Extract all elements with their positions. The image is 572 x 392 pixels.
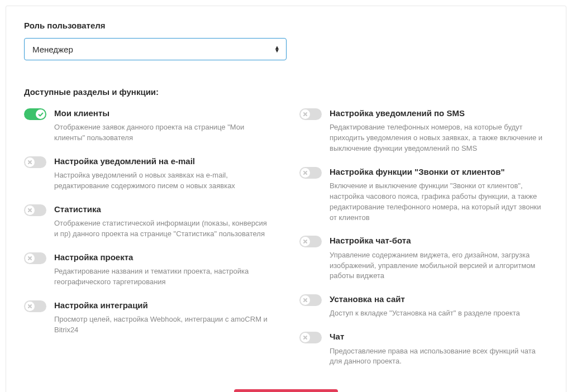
feature-text: СтатистикаОтображение статистической инф…	[54, 204, 273, 240]
x-icon	[301, 109, 310, 119]
feature-title: Статистика	[54, 204, 273, 215]
x-icon	[301, 237, 310, 246]
role-select[interactable]: Менеджер	[24, 38, 287, 60]
feature-toggle[interactable]	[299, 294, 322, 306]
feature-toggle[interactable]	[299, 167, 322, 179]
feature-title: Мои клиенты	[54, 108, 273, 119]
features-column-left: Мои клиентыОтображение заявок данного пр…	[24, 108, 273, 379]
x-icon	[25, 254, 35, 263]
feature-row: Настройка функции "Звонки от клиентов"Вк…	[299, 166, 548, 236]
x-icon	[25, 302, 35, 311]
x-icon	[301, 333, 310, 342]
x-icon	[301, 168, 310, 178]
feature-row: Установка на сайтДоступ к вкладке "Устан…	[299, 294, 548, 331]
feature-description: Редактирование названия и тематики проек…	[54, 266, 273, 288]
grant-access-button[interactable]: + Открыть доступ	[234, 389, 338, 392]
feature-toggle[interactable]	[299, 236, 322, 247]
x-icon	[25, 157, 35, 167]
features-grid: Мои клиентыОтображение заявок данного пр…	[24, 108, 548, 379]
feature-toggle[interactable]	[24, 300, 46, 312]
feature-toggle[interactable]	[299, 108, 322, 120]
feature-toggle[interactable]	[24, 156, 46, 168]
feature-text: Настройка чат-ботаУправление содержанием…	[330, 235, 548, 281]
feature-title: Настройка интеграций	[54, 300, 273, 311]
feature-description: Отображение заявок данного проекта на ст…	[54, 122, 273, 144]
feature-toggle[interactable]	[299, 332, 322, 343]
feature-toggle[interactable]	[24, 252, 46, 264]
features-column-right: Настройка уведомлений по SMSРедактирован…	[299, 108, 548, 379]
role-select-wrap: Менеджер ▲▼	[24, 38, 287, 60]
feature-title: Настройка уведомлений на e-mail	[54, 156, 273, 167]
feature-description: Включение и выключение функции "Звонки о…	[330, 181, 548, 223]
feature-row: СтатистикаОтображение статистической инф…	[24, 204, 273, 252]
feature-row: Настройка интеграцийПросмотр целей, наст…	[24, 300, 273, 348]
feature-text: Настройка уведомлений на e-mailНастройка…	[54, 156, 273, 192]
feature-title: Настройка функции "Звонки от клиентов"	[330, 166, 548, 178]
feature-description: Просмотр целей, настройка Webhook, интег…	[54, 314, 273, 336]
feature-title: Установка на сайт	[330, 294, 548, 305]
role-label: Роль пользователя	[24, 21, 548, 30]
permissions-panel: Роль пользователя Менеджер ▲▼ Доступные …	[6, 6, 566, 392]
feature-row: ЧатПредоставление права на использование…	[299, 331, 548, 379]
x-icon	[301, 295, 310, 305]
feature-row: Настройка уведомлений на e-mailНастройка…	[24, 156, 273, 204]
feature-description: Редактирование телефонных номеров, на ко…	[330, 122, 548, 154]
feature-row: Настройка чат-ботаУправление содержанием…	[299, 235, 548, 294]
feature-description: Настройка уведомлений о новых заявках на…	[54, 170, 273, 192]
check-icon	[36, 109, 45, 119]
feature-row: Мои клиентыОтображение заявок данного пр…	[24, 108, 273, 156]
feature-title: Чат	[330, 331, 548, 342]
feature-title: Настройка чат-бота	[330, 235, 548, 246]
feature-title: Настройка проекта	[54, 252, 273, 263]
feature-description: Управление содержанием виджета, его диза…	[330, 250, 548, 282]
panel-footer: + Открыть доступ	[24, 389, 548, 392]
feature-text: Настройка уведомлений по SMSРедактирован…	[330, 108, 548, 154]
feature-text: Настройка интеграцийПросмотр целей, наст…	[54, 300, 273, 336]
features-section-label: Доступные разделы и функции:	[24, 87, 548, 97]
feature-toggle[interactable]	[24, 108, 46, 120]
feature-text: Настройка функции "Звонки от клиентов"Вк…	[330, 166, 548, 223]
feature-text: Установка на сайтДоступ к вкладке "Устан…	[330, 294, 548, 319]
feature-title: Настройка уведомлений по SMS	[330, 108, 548, 119]
feature-row: Настройка уведомлений по SMSРедактирован…	[299, 108, 548, 166]
feature-toggle[interactable]	[24, 204, 46, 216]
feature-description: Отображение статистической информации (п…	[54, 218, 273, 240]
feature-row: Настройка проектаРедактирование названия…	[24, 252, 273, 300]
feature-text: Настройка проектаРедактирование названия…	[54, 252, 273, 288]
feature-description: Предоставление права на использование вс…	[330, 346, 548, 367]
x-icon	[25, 205, 35, 215]
feature-text: ЧатПредоставление права на использование…	[330, 331, 548, 367]
feature-description: Доступ к вкладке "Установка на сайт" в р…	[330, 308, 548, 319]
feature-text: Мои клиентыОтображение заявок данного пр…	[54, 108, 273, 144]
